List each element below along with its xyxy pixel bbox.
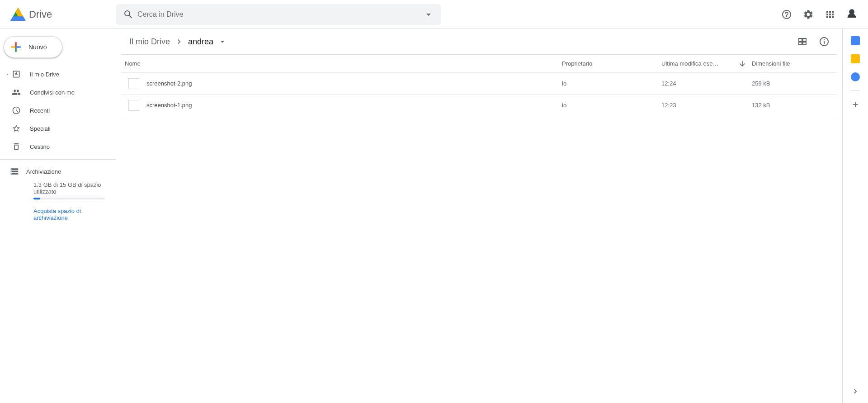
drive-logo-icon	[9, 5, 27, 24]
breadcrumb: Il mio Drive andrea	[121, 29, 837, 54]
col-modified[interactable]: Ultima modifica ese…	[661, 60, 752, 68]
clock-icon	[11, 105, 22, 116]
storage-title: Archiviazione	[26, 168, 61, 175]
file-name: screenshot-2.png	[146, 80, 192, 87]
main-content: Il mio Drive andrea Nome Proprietario Ul…	[116, 29, 843, 403]
sidebar-item-storage[interactable]: Archiviazione	[9, 167, 105, 176]
breadcrumb-current[interactable]: andrea	[184, 35, 217, 48]
sidebar-item-starred[interactable]: Speciali	[0, 119, 116, 137]
tasks-icon[interactable]	[851, 72, 860, 81]
sidebar: Nuovo Il mio Drive Condivisi con me Rece…	[0, 29, 116, 403]
new-button[interactable]: Nuovo	[4, 36, 62, 58]
file-size: 259 kB	[752, 80, 833, 87]
breadcrumb-root[interactable]: Il mio Drive	[126, 35, 174, 48]
search-options-icon[interactable]	[420, 5, 438, 24]
file-size: 132 kB	[752, 102, 833, 109]
plus-icon	[9, 40, 23, 54]
grid-view-icon[interactable]	[793, 33, 811, 51]
sidebar-item-label: Condivisi con me	[30, 89, 75, 96]
col-owner[interactable]: Proprietario	[562, 60, 661, 67]
breadcrumb-dropdown-icon[interactable]	[218, 37, 227, 46]
trash-icon	[11, 141, 22, 152]
logo-area[interactable]: Drive	[4, 5, 116, 24]
file-owner: io	[562, 102, 661, 109]
col-name[interactable]: Nome	[125, 60, 562, 67]
storage-icon	[9, 167, 20, 176]
chevron-right-icon	[175, 37, 184, 46]
header: Drive	[0, 0, 868, 29]
sidebar-item-label: Cestino	[30, 143, 50, 150]
star-icon	[11, 123, 22, 134]
drive-icon	[11, 69, 22, 80]
col-modified-label: Ultima modifica ese…	[661, 60, 718, 67]
apps-icon[interactable]	[821, 5, 839, 24]
table-row[interactable]: screenshot-1.png io 12:23 132 kB	[121, 95, 837, 116]
sidebar-item-my-drive[interactable]: Il mio Drive	[0, 65, 116, 83]
collapse-panel-icon[interactable]	[851, 387, 860, 396]
sort-down-icon	[738, 60, 746, 68]
search-input[interactable]	[137, 10, 420, 19]
sidebar-item-shared[interactable]: Condivisi con me	[0, 83, 116, 101]
file-modified: 12:23	[661, 102, 752, 109]
image-thumb-icon	[128, 78, 139, 89]
file-table: Nome Proprietario Ultima modifica ese… D…	[121, 54, 837, 116]
app-name: Drive	[29, 9, 52, 20]
buy-storage-link[interactable]: Acquista spazio di archiviazione	[33, 208, 105, 221]
account-avatar[interactable]	[843, 5, 861, 24]
chevron-right-icon	[4, 71, 11, 77]
search-icon[interactable]	[119, 5, 137, 24]
calendar-icon[interactable]	[851, 36, 860, 45]
file-modified: 12:24	[661, 80, 752, 87]
info-icon[interactable]	[815, 33, 833, 51]
people-icon	[11, 87, 22, 98]
storage-text: 1,3 GB di 15 GB di spazio utilizzato	[33, 181, 105, 195]
storage-section: Archiviazione 1,3 GB di 15 GB di spazio …	[0, 163, 116, 221]
table-header: Nome Proprietario Ultima modifica ese… D…	[121, 55, 837, 73]
sidebar-item-label: Recenti	[30, 107, 50, 114]
table-row[interactable]: screenshot-2.png io 12:24 259 kB	[121, 73, 837, 95]
add-addon-icon[interactable]	[851, 100, 860, 109]
new-button-label: Nuovo	[28, 43, 47, 51]
sidebar-item-label: Il mio Drive	[30, 71, 59, 78]
help-icon[interactable]	[778, 5, 796, 24]
sidebar-item-label: Speciali	[30, 125, 51, 132]
file-name: screenshot-1.png	[146, 102, 192, 109]
file-owner: io	[562, 80, 661, 87]
settings-icon[interactable]	[799, 5, 817, 24]
search-bar[interactable]	[116, 4, 441, 25]
storage-bar	[33, 198, 105, 199]
image-thumb-icon	[128, 100, 139, 111]
sidebar-item-recent[interactable]: Recenti	[0, 101, 116, 119]
sidebar-item-trash[interactable]: Cestino	[0, 137, 116, 156]
keep-icon[interactable]	[851, 54, 860, 63]
col-size[interactable]: Dimensioni file	[752, 60, 833, 67]
side-panel	[843, 29, 868, 403]
